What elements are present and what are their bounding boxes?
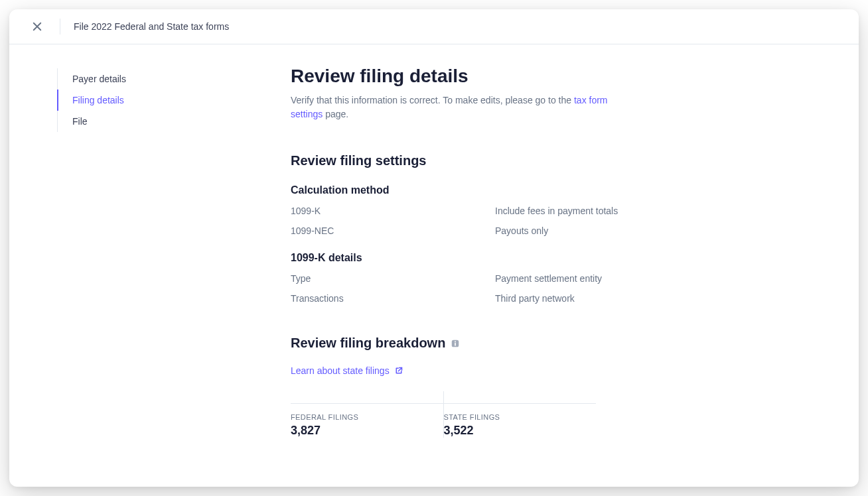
table-row: 1099-NEC Payouts only xyxy=(291,225,822,236)
svg-rect-1 xyxy=(455,341,457,342)
learn-link-text: Learn about state filings xyxy=(291,365,390,376)
svg-rect-2 xyxy=(455,343,457,345)
kdetails-row-key: Transactions xyxy=(291,293,495,304)
kdetails-row-val: Payment settlement entity xyxy=(495,273,822,284)
calc-row-val: Payouts only xyxy=(495,225,822,236)
calc-row-key: 1099-NEC xyxy=(291,225,495,236)
calculation-method-heading: Calculation method xyxy=(291,184,822,196)
kdetails-row-key: Type xyxy=(291,273,495,284)
close-icon xyxy=(33,22,42,31)
k-details-heading: 1099-K details xyxy=(291,252,822,264)
breakdown-heading-text: Review filing breakdown xyxy=(291,336,445,351)
modal-header: File 2022 Federal and State tax forms xyxy=(9,9,859,44)
main-content: Review filing details Verify that this i… xyxy=(235,44,859,487)
stat-federal: FEDERAL FILINGS 3,827 xyxy=(291,403,443,438)
stat-state-value: 3,522 xyxy=(444,424,597,438)
sidebar-item-payer-details[interactable]: Payer details xyxy=(57,68,235,90)
close-button[interactable] xyxy=(28,17,46,36)
kdetails-row-val: Third party network xyxy=(495,293,822,304)
modal-body: Payer details Filing details File Review… xyxy=(9,44,859,487)
stat-state-label: STATE FILINGS xyxy=(444,413,597,421)
calc-row-key: 1099-K xyxy=(291,206,495,216)
subtitle-text-before: Verify that this information is correct.… xyxy=(291,95,574,105)
calculation-method-table: 1099-K Include fees in payment totals 10… xyxy=(291,206,822,236)
table-row: Transactions Third party network xyxy=(291,293,822,304)
sidebar-item-file[interactable]: File xyxy=(57,111,235,132)
filing-settings-heading: Review filing settings xyxy=(291,153,822,168)
section-filing-breakdown: Review filing breakdown Learn about stat… xyxy=(291,336,822,438)
learn-state-filings-link[interactable]: Learn about state filings xyxy=(291,365,403,376)
modal-title: File 2022 Federal and State tax forms xyxy=(74,21,229,32)
section-filing-settings: Review filing settings Calculation metho… xyxy=(291,153,822,304)
subtitle-text-after: page. xyxy=(323,109,348,119)
external-link-icon xyxy=(395,367,403,375)
k-details-table: Type Payment settlement entity Transacti… xyxy=(291,273,822,304)
page-title: Review filing details xyxy=(291,66,822,87)
filing-stats: FEDERAL FILINGS 3,827 STATE FILINGS 3,52… xyxy=(291,391,596,438)
info-icon[interactable] xyxy=(451,339,460,348)
sidebar-nav: Payer details Filing details File xyxy=(9,44,235,487)
modal-container: File 2022 Federal and State tax forms Pa… xyxy=(9,9,859,487)
table-row: Type Payment settlement entity xyxy=(291,273,822,284)
header-divider xyxy=(60,19,60,34)
stat-federal-value: 3,827 xyxy=(291,424,443,438)
stat-federal-label: FEDERAL FILINGS xyxy=(291,413,443,421)
page-subtitle: Verify that this information is correct.… xyxy=(291,93,636,121)
calc-row-val: Include fees in payment totals xyxy=(495,206,822,216)
table-row: 1099-K Include fees in payment totals xyxy=(291,206,822,216)
sidebar-item-filing-details[interactable]: Filing details xyxy=(57,90,235,111)
filing-breakdown-heading: Review filing breakdown xyxy=(291,336,822,351)
stat-state: STATE FILINGS 3,522 xyxy=(444,403,597,438)
